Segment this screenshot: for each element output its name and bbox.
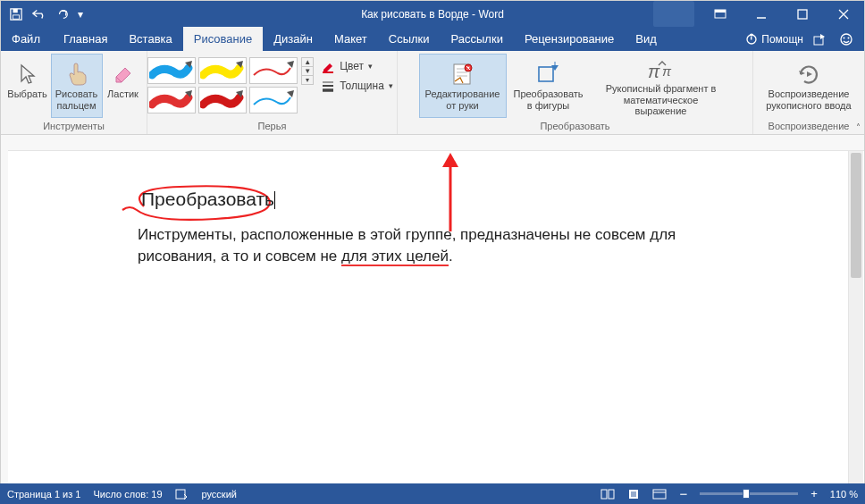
pen-color-label: Цвет xyxy=(340,60,364,72)
cursor-icon xyxy=(18,60,38,88)
collapse-ribbon-icon[interactable]: ˄ xyxy=(856,122,861,132)
group-label-tools: Инструменты xyxy=(43,119,105,134)
document-area: Преобразовать Инструменты, расположенные… xyxy=(1,135,864,483)
tab-references[interactable]: Ссылки xyxy=(378,27,441,51)
pen-yellow-highlighter[interactable] xyxy=(198,57,247,84)
ribbon: Выбрать Рисовать пальцем Ластик Инструме… xyxy=(1,51,864,135)
group-label-pens: Перья xyxy=(258,119,287,134)
pen-thickness-label: Толщина xyxy=(340,80,384,92)
svg-rect-26 xyxy=(176,490,185,499)
gallery-scroll[interactable]: ▲ ▼ ▾ xyxy=(301,57,314,85)
maximize-icon[interactable] xyxy=(782,1,823,27)
pen-blue-highlighter[interactable] xyxy=(147,57,196,84)
ink-edit-label-1: Редактирование xyxy=(425,88,500,100)
svg-point-14 xyxy=(844,37,845,38)
ink-editing-button[interactable]: Редактирование от руки xyxy=(419,54,507,118)
color-icon xyxy=(321,59,335,73)
ink-to-math-button[interactable]: ππ Рукописный фрагмент в математическое … xyxy=(591,54,732,118)
status-wordcount[interactable]: Число слов: 19 xyxy=(93,489,162,500)
pen-gallery[interactable] xyxy=(146,54,299,117)
tab-home[interactable]: Главная xyxy=(53,27,118,51)
share-icon[interactable] xyxy=(809,29,830,50)
ink-replay-button[interactable]: Воспроизведение рукописного ввода xyxy=(756,54,861,118)
vertical-scrollbar[interactable] xyxy=(848,151,863,483)
minimize-icon[interactable] xyxy=(741,1,782,27)
web-layout-icon[interactable] xyxy=(652,489,667,500)
tab-design[interactable]: Дизайн xyxy=(263,27,323,51)
gallery-more-icon[interactable]: ▾ xyxy=(302,76,313,84)
horizontal-ruler[interactable] xyxy=(1,135,864,151)
tab-draw[interactable]: Рисование xyxy=(183,27,263,51)
scrollbar-thumb[interactable] xyxy=(851,153,861,278)
status-page[interactable]: Страница 1 из 1 xyxy=(7,489,80,500)
doc-heading[interactable]: Преобразовать xyxy=(141,189,274,209)
svg-rect-22 xyxy=(539,67,553,81)
pen-red-highlighter[interactable] xyxy=(147,87,196,113)
shape-icon xyxy=(535,60,562,88)
svg-point-13 xyxy=(841,34,852,45)
replay-label-1: Воспроизведение xyxy=(768,88,850,100)
zoom-slider[interactable] xyxy=(700,492,798,495)
replay-icon xyxy=(795,60,822,88)
gallery-down-icon[interactable]: ▼ xyxy=(302,67,313,76)
svg-rect-1 xyxy=(13,8,18,12)
print-layout-icon[interactable] xyxy=(627,489,640,500)
pen-red-thin[interactable] xyxy=(249,57,298,84)
zoom-in-icon[interactable]: + xyxy=(810,487,818,500)
doc-body-part3: . xyxy=(449,248,453,265)
zoom-slider-thumb[interactable] xyxy=(743,489,750,499)
tab-layout[interactable]: Макет xyxy=(323,27,378,51)
eraser-button[interactable]: Ластик xyxy=(104,54,143,118)
pen-color-dropdown[interactable]: Цвет ▾ xyxy=(321,59,393,73)
close-icon[interactable] xyxy=(823,1,864,27)
tell-me-icon[interactable]: Помощн xyxy=(745,33,803,46)
finger-icon xyxy=(65,60,88,88)
draw-with-finger-button[interactable]: Рисовать пальцем xyxy=(51,54,103,118)
to-shapes-label-2: в фигуры xyxy=(527,100,570,112)
status-language[interactable]: русский xyxy=(202,489,237,500)
math-icon: ππ xyxy=(646,60,676,83)
doc-body-underlined: для этих целей xyxy=(341,248,449,266)
ink-edit-icon xyxy=(449,60,476,88)
gallery-up-icon[interactable]: ▲ xyxy=(302,58,313,67)
svg-rect-2 xyxy=(13,14,20,18)
svg-text:π: π xyxy=(662,63,672,79)
status-bar: Страница 1 из 1 Число слов: 19 русский −… xyxy=(0,483,865,504)
draw-with-finger-label: Рисовать пальцем xyxy=(52,88,102,111)
replay-label-2: рукописного ввода xyxy=(766,100,851,112)
svg-rect-27 xyxy=(601,490,607,499)
to-math-label-1: Рукописный фрагмент в xyxy=(606,83,717,95)
svg-rect-28 xyxy=(609,490,614,499)
save-icon[interactable] xyxy=(10,8,22,21)
doc-body[interactable]: Инструменты, расположенные в этой группе… xyxy=(138,215,710,267)
ribbon-tabs: Файл Главная Вставка Рисование Дизайн Ма… xyxy=(1,27,864,51)
feedback-icon[interactable] xyxy=(836,29,857,50)
zoom-level[interactable]: 110 % xyxy=(830,489,858,500)
redo-icon[interactable] xyxy=(56,8,69,21)
select-label: Выбрать xyxy=(7,88,46,100)
select-button[interactable]: Выбрать xyxy=(5,54,50,118)
qat-customize-icon[interactable]: ▾ xyxy=(78,8,83,21)
group-label-convert: Преобразовать xyxy=(540,119,609,134)
spellcheck-icon[interactable] xyxy=(175,488,189,500)
undo-icon[interactable] xyxy=(31,8,47,21)
read-mode-icon[interactable] xyxy=(600,489,615,500)
ink-to-shapes-button[interactable]: Преобразовать в фигуры xyxy=(508,54,590,118)
tab-mailings[interactable]: Рассылки xyxy=(441,27,514,51)
eraser-label: Ластик xyxy=(107,88,139,100)
account-placeholder[interactable] xyxy=(653,1,694,27)
pen-darkred-highlighter[interactable] xyxy=(198,87,247,113)
ribbon-display-options-icon[interactable] xyxy=(700,1,741,27)
vertical-ruler[interactable] xyxy=(1,135,8,483)
tab-view[interactable]: Вид xyxy=(625,27,668,51)
pen-blue-thin[interactable] xyxy=(249,87,298,113)
tab-review[interactable]: Рецензирование xyxy=(514,27,625,51)
tab-insert[interactable]: Вставка xyxy=(118,27,182,51)
to-shapes-label-1: Преобразовать xyxy=(513,88,583,100)
zoom-out-icon[interactable]: − xyxy=(679,486,687,501)
pen-thickness-dropdown[interactable]: Толщина ▾ xyxy=(321,79,393,93)
eraser-icon xyxy=(113,60,134,88)
ink-edit-label-2: от руки xyxy=(446,100,478,112)
page-canvas[interactable]: Преобразовать Инструменты, расположенные… xyxy=(8,151,848,483)
tab-file[interactable]: Файл xyxy=(1,27,53,51)
